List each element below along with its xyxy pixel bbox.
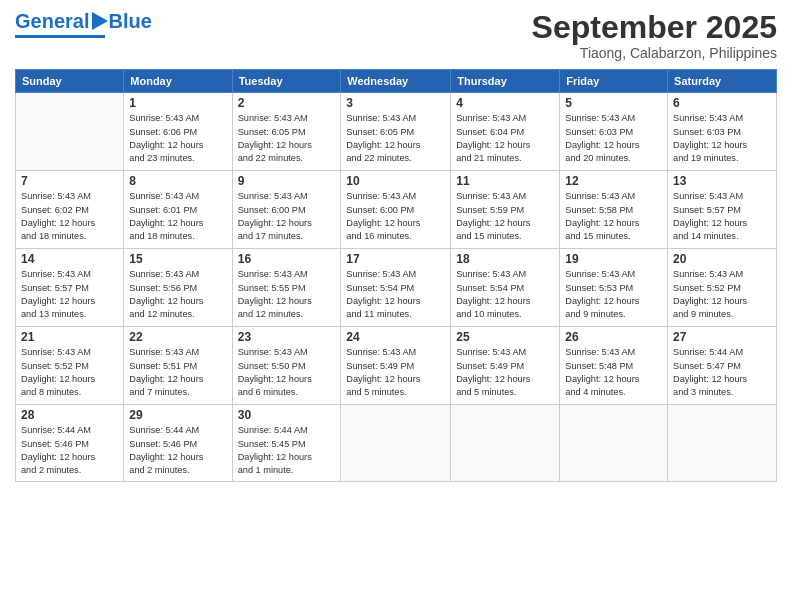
calendar-cell: 19Sunrise: 5:43 AM Sunset: 5:53 PM Dayli… bbox=[560, 249, 668, 327]
day-number: 25 bbox=[456, 330, 554, 344]
col-header-friday: Friday bbox=[560, 70, 668, 93]
calendar-cell: 18Sunrise: 5:43 AM Sunset: 5:54 PM Dayli… bbox=[451, 249, 560, 327]
day-info: Sunrise: 5:43 AM Sunset: 5:52 PM Dayligh… bbox=[673, 268, 771, 321]
week-row-3: 14Sunrise: 5:43 AM Sunset: 5:57 PM Dayli… bbox=[16, 249, 777, 327]
day-number: 4 bbox=[456, 96, 554, 110]
day-info: Sunrise: 5:43 AM Sunset: 6:01 PM Dayligh… bbox=[129, 190, 226, 243]
calendar-cell: 10Sunrise: 5:43 AM Sunset: 6:00 PM Dayli… bbox=[341, 171, 451, 249]
calendar-cell: 26Sunrise: 5:43 AM Sunset: 5:48 PM Dayli… bbox=[560, 327, 668, 405]
day-number: 8 bbox=[129, 174, 226, 188]
day-number: 23 bbox=[238, 330, 336, 344]
col-header-monday: Monday bbox=[124, 70, 232, 93]
day-number: 10 bbox=[346, 174, 445, 188]
calendar-cell: 28Sunrise: 5:44 AM Sunset: 5:46 PM Dayli… bbox=[16, 405, 124, 481]
header: GeneralBlue September 2025 Tiaong, Calab… bbox=[15, 10, 777, 61]
day-number: 9 bbox=[238, 174, 336, 188]
calendar-cell: 6Sunrise: 5:43 AM Sunset: 6:03 PM Daylig… bbox=[668, 93, 777, 171]
col-header-saturday: Saturday bbox=[668, 70, 777, 93]
day-info: Sunrise: 5:44 AM Sunset: 5:46 PM Dayligh… bbox=[21, 424, 118, 477]
day-number: 2 bbox=[238, 96, 336, 110]
calendar-cell: 12Sunrise: 5:43 AM Sunset: 5:58 PM Dayli… bbox=[560, 171, 668, 249]
calendar-cell: 20Sunrise: 5:43 AM Sunset: 5:52 PM Dayli… bbox=[668, 249, 777, 327]
day-info: Sunrise: 5:43 AM Sunset: 5:57 PM Dayligh… bbox=[21, 268, 118, 321]
day-info: Sunrise: 5:43 AM Sunset: 5:58 PM Dayligh… bbox=[565, 190, 662, 243]
col-header-thursday: Thursday bbox=[451, 70, 560, 93]
month-title: September 2025 bbox=[532, 10, 777, 45]
calendar-cell: 25Sunrise: 5:43 AM Sunset: 5:49 PM Dayli… bbox=[451, 327, 560, 405]
calendar-cell: 30Sunrise: 5:44 AM Sunset: 5:45 PM Dayli… bbox=[232, 405, 341, 481]
calendar-table: SundayMondayTuesdayWednesdayThursdayFrid… bbox=[15, 69, 777, 481]
calendar-cell: 17Sunrise: 5:43 AM Sunset: 5:54 PM Dayli… bbox=[341, 249, 451, 327]
calendar-cell bbox=[341, 405, 451, 481]
day-number: 6 bbox=[673, 96, 771, 110]
day-number: 3 bbox=[346, 96, 445, 110]
day-info: Sunrise: 5:43 AM Sunset: 5:51 PM Dayligh… bbox=[129, 346, 226, 399]
day-number: 29 bbox=[129, 408, 226, 422]
col-header-sunday: Sunday bbox=[16, 70, 124, 93]
day-number: 30 bbox=[238, 408, 336, 422]
day-info: Sunrise: 5:43 AM Sunset: 5:49 PM Dayligh… bbox=[346, 346, 445, 399]
day-number: 17 bbox=[346, 252, 445, 266]
day-info: Sunrise: 5:43 AM Sunset: 5:57 PM Dayligh… bbox=[673, 190, 771, 243]
calendar-cell: 15Sunrise: 5:43 AM Sunset: 5:56 PM Dayli… bbox=[124, 249, 232, 327]
calendar-cell: 24Sunrise: 5:43 AM Sunset: 5:49 PM Dayli… bbox=[341, 327, 451, 405]
day-number: 20 bbox=[673, 252, 771, 266]
calendar-cell: 13Sunrise: 5:43 AM Sunset: 5:57 PM Dayli… bbox=[668, 171, 777, 249]
day-number: 24 bbox=[346, 330, 445, 344]
header-row: SundayMondayTuesdayWednesdayThursdayFrid… bbox=[16, 70, 777, 93]
day-info: Sunrise: 5:43 AM Sunset: 6:05 PM Dayligh… bbox=[346, 112, 445, 165]
day-info: Sunrise: 5:43 AM Sunset: 6:04 PM Dayligh… bbox=[456, 112, 554, 165]
day-info: Sunrise: 5:43 AM Sunset: 6:06 PM Dayligh… bbox=[129, 112, 226, 165]
day-info: Sunrise: 5:43 AM Sunset: 6:03 PM Dayligh… bbox=[673, 112, 771, 165]
calendar-cell: 11Sunrise: 5:43 AM Sunset: 5:59 PM Dayli… bbox=[451, 171, 560, 249]
calendar-cell: 2Sunrise: 5:43 AM Sunset: 6:05 PM Daylig… bbox=[232, 93, 341, 171]
day-info: Sunrise: 5:43 AM Sunset: 5:52 PM Dayligh… bbox=[21, 346, 118, 399]
day-info: Sunrise: 5:43 AM Sunset: 5:50 PM Dayligh… bbox=[238, 346, 336, 399]
calendar-cell: 7Sunrise: 5:43 AM Sunset: 6:02 PM Daylig… bbox=[16, 171, 124, 249]
day-number: 11 bbox=[456, 174, 554, 188]
location: Tiaong, Calabarzon, Philippines bbox=[532, 45, 777, 61]
day-number: 22 bbox=[129, 330, 226, 344]
logo-underline bbox=[15, 35, 105, 38]
calendar-cell: 27Sunrise: 5:44 AM Sunset: 5:47 PM Dayli… bbox=[668, 327, 777, 405]
day-info: Sunrise: 5:43 AM Sunset: 5:55 PM Dayligh… bbox=[238, 268, 336, 321]
day-info: Sunrise: 5:43 AM Sunset: 6:05 PM Dayligh… bbox=[238, 112, 336, 165]
calendar-cell: 22Sunrise: 5:43 AM Sunset: 5:51 PM Dayli… bbox=[124, 327, 232, 405]
day-info: Sunrise: 5:43 AM Sunset: 5:59 PM Dayligh… bbox=[456, 190, 554, 243]
day-number: 1 bbox=[129, 96, 226, 110]
day-number: 12 bbox=[565, 174, 662, 188]
day-number: 14 bbox=[21, 252, 118, 266]
day-info: Sunrise: 5:43 AM Sunset: 5:53 PM Dayligh… bbox=[565, 268, 662, 321]
day-number: 15 bbox=[129, 252, 226, 266]
day-number: 19 bbox=[565, 252, 662, 266]
day-number: 13 bbox=[673, 174, 771, 188]
day-info: Sunrise: 5:44 AM Sunset: 5:45 PM Dayligh… bbox=[238, 424, 336, 477]
calendar-cell: 14Sunrise: 5:43 AM Sunset: 5:57 PM Dayli… bbox=[16, 249, 124, 327]
day-info: Sunrise: 5:43 AM Sunset: 5:48 PM Dayligh… bbox=[565, 346, 662, 399]
day-info: Sunrise: 5:44 AM Sunset: 5:47 PM Dayligh… bbox=[673, 346, 771, 399]
week-row-2: 7Sunrise: 5:43 AM Sunset: 6:02 PM Daylig… bbox=[16, 171, 777, 249]
week-row-4: 21Sunrise: 5:43 AM Sunset: 5:52 PM Dayli… bbox=[16, 327, 777, 405]
calendar-cell bbox=[451, 405, 560, 481]
day-number: 18 bbox=[456, 252, 554, 266]
day-number: 26 bbox=[565, 330, 662, 344]
col-header-wednesday: Wednesday bbox=[341, 70, 451, 93]
day-number: 16 bbox=[238, 252, 336, 266]
day-number: 7 bbox=[21, 174, 118, 188]
day-number: 27 bbox=[673, 330, 771, 344]
calendar-cell: 1Sunrise: 5:43 AM Sunset: 6:06 PM Daylig… bbox=[124, 93, 232, 171]
day-info: Sunrise: 5:43 AM Sunset: 5:54 PM Dayligh… bbox=[346, 268, 445, 321]
day-info: Sunrise: 5:43 AM Sunset: 5:49 PM Dayligh… bbox=[456, 346, 554, 399]
calendar-cell: 21Sunrise: 5:43 AM Sunset: 5:52 PM Dayli… bbox=[16, 327, 124, 405]
calendar-cell bbox=[560, 405, 668, 481]
week-row-5: 28Sunrise: 5:44 AM Sunset: 5:46 PM Dayli… bbox=[16, 405, 777, 481]
day-info: Sunrise: 5:43 AM Sunset: 6:03 PM Dayligh… bbox=[565, 112, 662, 165]
calendar-cell: 29Sunrise: 5:44 AM Sunset: 5:46 PM Dayli… bbox=[124, 405, 232, 481]
logo-text: GeneralBlue bbox=[15, 10, 152, 33]
page: GeneralBlue September 2025 Tiaong, Calab… bbox=[0, 0, 792, 612]
day-number: 21 bbox=[21, 330, 118, 344]
day-number: 5 bbox=[565, 96, 662, 110]
calendar-cell: 5Sunrise: 5:43 AM Sunset: 6:03 PM Daylig… bbox=[560, 93, 668, 171]
calendar-cell bbox=[668, 405, 777, 481]
day-info: Sunrise: 5:43 AM Sunset: 5:54 PM Dayligh… bbox=[456, 268, 554, 321]
